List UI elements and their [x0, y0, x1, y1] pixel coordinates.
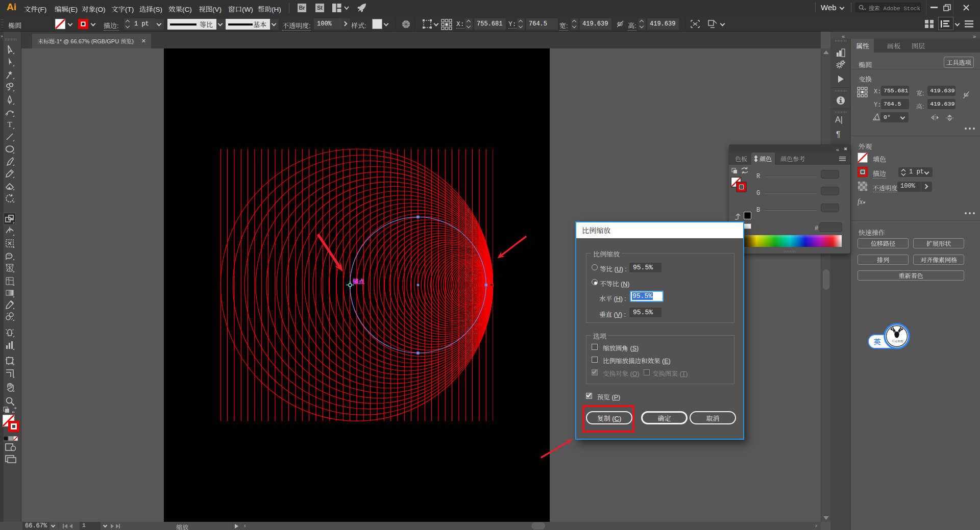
svg-text:T: T: [7, 120, 12, 129]
svg-text:英: 英: [874, 336, 881, 346]
svg-text:行走的鹿: 行走的鹿: [892, 339, 904, 343]
svg-text:锚点: 锚点: [352, 277, 364, 285]
